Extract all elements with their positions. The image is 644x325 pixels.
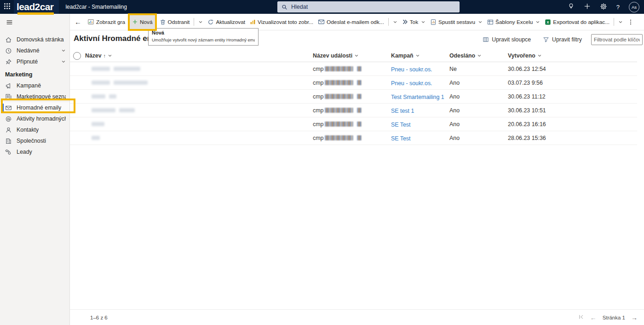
table-row[interactable]: cmpSE TestAno28.06.23 15:36 (70, 131, 637, 145)
sidebar-item-leads[interactable]: Leady (0, 146, 69, 157)
sidebar-group-label: Marketing (0, 67, 69, 80)
command-flow[interactable]: Tok (400, 15, 428, 29)
sidebar-item-label: Kontakty (17, 127, 39, 133)
sidebar-navigation: Domovská stránkaNedávnéPřipnutéMarketing… (0, 14, 70, 325)
report-icon (430, 19, 437, 25)
lightbulb-icon[interactable] (568, 3, 575, 11)
sidebar-item-label: Kampaně (17, 82, 41, 89)
table-row[interactable]: cmpPneu - soukr.os.Ne30.06.23 12:54 (70, 62, 637, 76)
command-refresh[interactable]: Aktualizovat (205, 15, 247, 29)
columns-icon (483, 36, 489, 43)
command-label: Spustit sestavu (438, 19, 475, 25)
sidebar-item-recent[interactable]: Nedávné (0, 45, 69, 56)
name-cell[interactable] (85, 67, 313, 71)
command-run-report[interactable]: Spustit sestavu (428, 15, 485, 29)
sent-cell: Ano (449, 107, 508, 114)
redacted-name (114, 67, 140, 71)
plus-icon (132, 19, 138, 25)
sidebar-item-label: Marketingové sezna... (17, 93, 66, 100)
sidebar-item-accounts[interactable]: Společnosti (0, 135, 69, 146)
dropdown-caret-icon[interactable] (196, 20, 205, 24)
campaign-cell: Pneu - soukr.os. (391, 65, 449, 73)
column-header-sent[interactable]: Odesláno (449, 52, 508, 59)
command-email-link[interactable]: Odeslat e-mailem odk... (316, 15, 386, 29)
page-label: Stránka 1 (603, 315, 625, 320)
event-prefix: cmp (313, 107, 323, 114)
campaign-link[interactable]: SE Test (391, 135, 410, 142)
redacted-event-id (325, 66, 353, 71)
tooltip-title: Nová (152, 30, 255, 35)
sent-cell: Ano (449, 80, 508, 86)
keyword-filter-input[interactable] (591, 34, 643, 45)
command-delete[interactable]: Odstranit (157, 15, 192, 29)
created-cell: 30.06.23 12:54 (508, 66, 637, 72)
chevron-down-icon[interactable] (354, 53, 359, 58)
chevron-down-icon[interactable] (537, 53, 542, 58)
sidebar-item-marketing-lists[interactable]: Marketingové sezna... (0, 91, 69, 102)
table-row[interactable]: cmpTest Smartemailing 1Ano30.06.23 11:12 (70, 90, 637, 104)
name-cell[interactable] (85, 136, 313, 140)
sidebar-item-home[interactable]: Domovská stránka (0, 34, 69, 45)
chevron-down-icon[interactable] (415, 53, 420, 58)
command-export-excel[interactable]: XExportovat do aplikac... (542, 15, 612, 29)
campaign-link[interactable]: SE Test (391, 122, 410, 128)
redacted-name (92, 108, 115, 112)
redacted-event-id (357, 66, 362, 71)
command-more-commands[interactable] (625, 15, 636, 29)
chevron-down-icon[interactable] (477, 53, 482, 58)
search-input[interactable] (290, 3, 455, 11)
select-all-checkbox[interactable] (73, 52, 81, 60)
chevron-down-icon (421, 20, 426, 24)
column-header-event-name[interactable]: Název události (313, 52, 391, 59)
table-row[interactable]: cmpPneu - soukr.os.Ano03.07.23 9:56 (70, 76, 637, 90)
column-header-name[interactable]: Název ↑ (85, 52, 313, 59)
help-icon[interactable]: ? (616, 4, 620, 11)
search-icon (282, 4, 288, 10)
table-row[interactable]: cmpSE test 1Ano30.06.23 10:51 (70, 104, 637, 117)
column-header-campaign[interactable]: Kampaň (391, 52, 449, 59)
name-cell[interactable] (85, 81, 313, 85)
campaign-link[interactable]: Test Smartemailing 1 (391, 94, 444, 100)
command-new[interactable]: Nová (130, 15, 155, 29)
campaign-link[interactable]: SE test 1 (391, 108, 414, 114)
command-label: Odstranit (168, 19, 190, 25)
command-label: Aktualizovat (216, 19, 245, 25)
chevron-down-icon[interactable] (108, 53, 112, 58)
campaign-link[interactable]: Pneu - soukr.os. (391, 66, 432, 73)
campaign-cell: SE Test (391, 134, 449, 142)
table-row[interactable]: cmpSE TestAno20.06.23 16:16 (70, 117, 637, 131)
previous-page-button[interactable]: ← (590, 314, 597, 321)
sidebar-item-mass-emails[interactable]: Hromadné emaily (0, 102, 69, 113)
edit-columns-button[interactable]: Upravit sloupce (480, 36, 534, 43)
name-cell[interactable] (85, 108, 313, 112)
event-name-cell: cmp (313, 121, 391, 128)
command-label: Odeslat e-mailem odk... (327, 19, 384, 25)
hamburger-menu-icon[interactable] (4, 17, 15, 29)
name-cell[interactable] (85, 122, 313, 126)
plus-icon[interactable] (584, 3, 591, 11)
sidebar-item-contacts[interactable]: Kontakty (0, 124, 69, 135)
command-show-chart[interactable]: Zobrazit gra (85, 15, 127, 29)
dropdown-caret-icon[interactable] (391, 20, 400, 24)
name-cell[interactable] (85, 94, 313, 99)
avatar[interactable]: As (629, 2, 639, 12)
sidebar-item-mass-email-activities[interactable]: Aktivity hromadných... (0, 113, 69, 124)
column-header-created[interactable]: Vytvořeno (508, 52, 637, 59)
first-page-button[interactable] (578, 314, 584, 321)
sidebar-item-pinned[interactable]: Připnuté (0, 56, 69, 67)
campaign-link[interactable]: Pneu - soukr.os. (391, 80, 432, 87)
dropdown-caret-icon[interactable] (616, 20, 625, 24)
column-label: Název události (313, 52, 352, 59)
created-cell: 03.07.23 9:56 (508, 80, 637, 86)
command-visualize-view[interactable]: Vizualizovat toto zobr... (247, 15, 316, 29)
global-search[interactable] (277, 1, 460, 12)
command-excel-templates[interactable]: Šablony Excelu (485, 15, 542, 29)
waffle-app-launcher-icon[interactable] (0, 0, 14, 14)
next-page-button[interactable]: → (631, 314, 638, 321)
back-button[interactable]: ← (71, 18, 85, 26)
settings-gear-icon[interactable] (600, 3, 607, 12)
record-count: 1–6 z 6 (90, 315, 108, 320)
sidebar-item-campaigns[interactable]: Kampaně (0, 80, 69, 91)
chevron-down-icon (535, 20, 540, 24)
edit-filters-button[interactable]: Upravit filtry (540, 36, 585, 43)
